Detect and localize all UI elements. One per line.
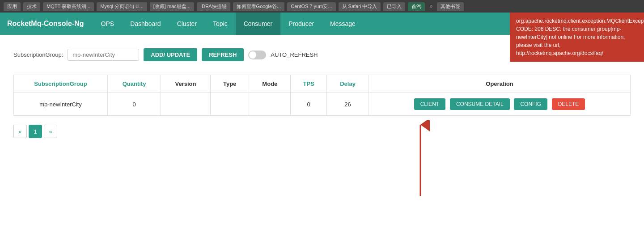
col-mode: Mode [249, 75, 291, 93]
delete-button[interactable]: DELETE [552, 98, 585, 110]
cell-quantity: 0 [108, 93, 161, 116]
browser-tab-mysql[interactable]: Mysql 分页语句 Li... [97, 2, 147, 11]
pagination-current[interactable]: 1 [29, 125, 42, 138]
nav-ops[interactable]: OPS [93, 13, 123, 35]
pagination-next[interactable]: » [44, 125, 57, 138]
cell-operation: CLIENT CONSUME DETAIL CONFIG DELETE [369, 93, 631, 116]
error-tooltip: org.apache.rocketmq.client.exception.MQC… [510, 13, 644, 62]
refresh-button[interactable]: REFRESH [202, 48, 244, 61]
nav-consumer[interactable]: Consumer [236, 13, 281, 35]
nav-dashboard[interactable]: Dashboard [122, 13, 169, 35]
browser-tab-apps[interactable]: 应用 [4, 2, 21, 11]
browser-tab-other[interactable]: 其他书签 [437, 2, 464, 11]
add-update-button[interactable]: ADD/ UPDATE [144, 48, 197, 61]
cell-subscription-group: mp-newInterCity [14, 93, 108, 116]
browser-tab-mqtt[interactable]: MQTT 获取高线消... [43, 2, 94, 11]
cell-tps: 0 [291, 93, 327, 116]
col-delay: Delay [327, 75, 369, 93]
pagination-prev[interactable]: « [13, 125, 27, 138]
auto-refresh-toggle[interactable] [248, 51, 266, 59]
main-content: SubscriptionGroup: ADD/ UPDATE REFRESH A… [0, 35, 644, 236]
client-button[interactable]: CLIENT [414, 98, 446, 110]
cell-type [210, 93, 249, 116]
col-type: Type [210, 75, 249, 93]
consume-detail-button[interactable]: CONSUME DETAIL [450, 98, 510, 110]
error-text: org.apache.rocketmq.client.exception.MQC… [516, 18, 644, 56]
table-row: mp-newInterCity 0 0 26 CLIENT CONSUME DE… [14, 93, 631, 116]
cell-delay: 26 [327, 93, 369, 116]
auto-refresh-label: AUTO_REFRESH [271, 51, 318, 58]
browser-tab-imported[interactable]: 已导入 [383, 2, 405, 11]
col-operation: Operation [369, 75, 631, 93]
config-button[interactable]: CONFIG [514, 98, 547, 110]
cell-version [161, 93, 210, 116]
table-body: mp-newInterCity 0 0 26 CLIENT CONSUME DE… [14, 93, 631, 116]
browser-bar: 应用 技术 MQTT 获取高线消... Mysql 分页语句 Li... [收藏… [0, 0, 644, 13]
cell-mode [249, 93, 291, 116]
col-quantity: Quantity [108, 75, 161, 93]
browser-tab-google[interactable]: 如何查看Google谷... [233, 2, 285, 11]
browser-tab-mac[interactable]: [收藏] mac键盘... [150, 2, 194, 11]
table-header: SubscriptionGroup Quantity Version Type … [14, 75, 631, 93]
subscription-group-label: SubscriptionGroup: [13, 51, 63, 58]
pagination: « 1 » [13, 125, 631, 138]
browser-tab-centos[interactable]: CentOS 7 yum安... [287, 2, 335, 11]
consumer-table: SubscriptionGroup Quantity Version Type … [13, 75, 631, 116]
nav-cluster[interactable]: Cluster [169, 13, 205, 35]
toggle-knob [249, 51, 256, 59]
nav-topic[interactable]: Topic [205, 13, 236, 35]
col-subscription-group: SubscriptionGroup [14, 75, 108, 93]
nav-producer[interactable]: Producer [280, 13, 322, 35]
app-title: RocketMq-Console-Ng [7, 20, 84, 28]
col-version: Version [161, 75, 210, 93]
subscription-group-input[interactable] [68, 49, 139, 61]
browser-tab-idea[interactable]: IDEA快捷键 [197, 2, 230, 11]
browser-tab-safari-import[interactable]: 从 Safari 中导入 [339, 2, 381, 11]
col-tps: TPS [291, 75, 327, 93]
browser-tab-shouqi[interactable]: 首汽 [408, 2, 425, 11]
app-nav: RocketMq-Console-Ng OPS Dashboard Cluste… [0, 13, 644, 35]
nav-message[interactable]: Message [322, 13, 364, 35]
browser-tab-tech[interactable]: 技术 [23, 2, 40, 11]
